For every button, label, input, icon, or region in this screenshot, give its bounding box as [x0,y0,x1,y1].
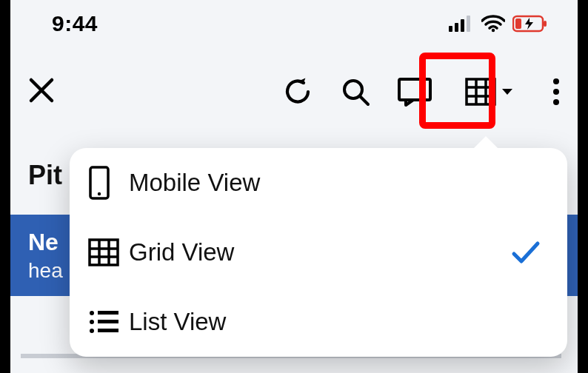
svg-rect-7 [515,19,521,29]
refresh-button[interactable] [281,75,314,108]
svg-rect-20 [90,240,118,265]
view-menu-item-grid[interactable]: Grid View [70,218,567,287]
svg-point-26 [90,320,94,324]
app-toolbar [10,47,578,136]
cellular-signal-icon [449,16,474,32]
wifi-icon [481,15,505,33]
app-screen: 9:44 [10,0,578,373]
svg-rect-1 [455,23,458,32]
caret-down-icon [501,87,514,97]
svg-point-27 [90,329,94,333]
view-menu-item-label: List View [129,308,542,336]
svg-rect-10 [467,79,495,104]
svg-rect-2 [461,19,464,32]
svg-rect-6 [544,21,547,27]
svg-point-15 [553,78,559,84]
svg-rect-9 [399,79,430,100]
view-menu-item-label: Mobile View [129,169,542,197]
close-button[interactable] [27,75,56,105]
ios-status-bar: 9:44 [10,0,578,47]
svg-rect-29 [98,320,118,323]
more-vertical-button[interactable] [551,75,561,108]
view-menu-item-mobile[interactable]: Mobile View [70,148,567,218]
grid-icon [87,238,129,267]
search-button[interactable] [339,75,372,108]
view-switch-menu: Mobile View Grid View [70,148,567,357]
svg-point-4 [492,29,495,32]
svg-rect-0 [449,26,452,32]
svg-point-25 [90,311,94,315]
list-icon [87,308,129,336]
checkmark-icon [510,238,542,267]
banner-line-1: Ne [28,229,63,256]
svg-rect-3 [467,16,470,32]
svg-point-19 [98,192,101,195]
mobile-icon [87,165,129,201]
battery-low-charging-icon [512,15,548,33]
svg-point-16 [553,89,559,95]
banner-line-2: hea [28,259,63,283]
status-indicators [449,15,548,33]
svg-rect-30 [98,329,118,332]
grid-icon [465,78,496,106]
view-menu-item-list[interactable]: List View [70,287,567,357]
view-switch-button[interactable] [458,72,521,112]
svg-rect-28 [98,311,118,315]
status-time: 9:44 [52,11,98,36]
svg-point-17 [553,99,559,105]
view-menu-item-label: Grid View [129,238,510,266]
comment-button[interactable] [397,77,432,107]
